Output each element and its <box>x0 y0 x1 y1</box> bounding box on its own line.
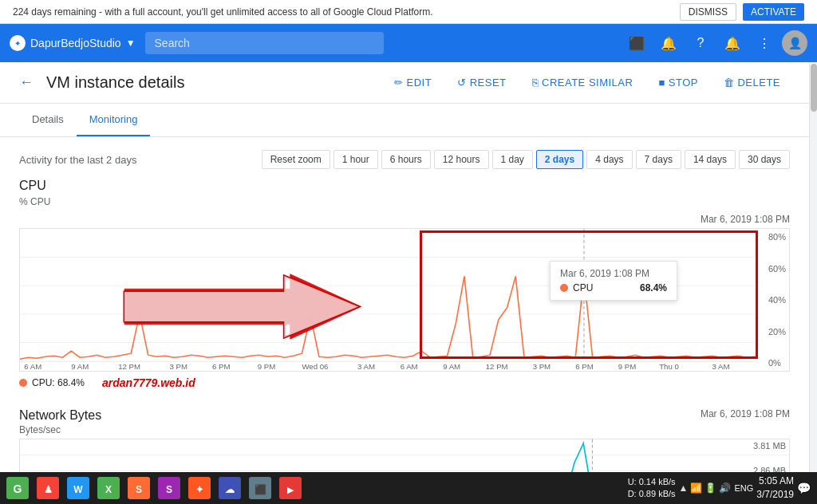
header-actions: ✏ EDIT ↺ RESET ⎘ CREATE SIMILAR ■ STOP 🗑 <box>385 72 790 93</box>
svg-text:⬛: ⬛ <box>255 483 266 495</box>
zoom-30days-button[interactable]: 30 days <box>739 150 790 169</box>
edit-button[interactable]: ✏ EDIT <box>385 72 441 93</box>
svg-text:G: G <box>14 482 22 495</box>
reset-button[interactable]: ↺ RESET <box>448 72 515 93</box>
taskbar-time: 5:05 AM 3/7/2019 <box>756 474 794 502</box>
taskbar-item-3[interactable]: X <box>94 474 123 502</box>
watermark-text: ardan7779.web.id <box>102 376 195 389</box>
sys-icon-battery: 🔋 <box>705 482 716 494</box>
svg-text:♟: ♟ <box>44 484 53 495</box>
cpu-chart-container[interactable]: 6 AM 9 AM 12 PM 3 PM 6 PM 9 PM Wed 06 3 … <box>19 228 790 372</box>
svg-text:6 AM: 6 AM <box>24 363 41 371</box>
taskbar-item-2[interactable]: W <box>64 474 93 502</box>
net-y-label-1: 3.81 MB <box>753 441 786 451</box>
activity-label: Activity for the last 2 days <box>19 154 136 166</box>
svg-text:S: S <box>136 484 142 495</box>
taskbar-item-0[interactable]: G <box>3 474 32 502</box>
page-header: ← VM instance details ✏ EDIT ↺ RESET ⎘ C… <box>0 62 809 104</box>
zoom-4days-button[interactable]: 4 days <box>586 150 632 169</box>
page-title: VM instance details <box>46 73 372 92</box>
scrollbar-thumb[interactable] <box>811 64 817 112</box>
tabs: Details Monitoring <box>0 104 809 137</box>
taskbar-item-6[interactable]: ✦ <box>185 474 214 502</box>
taskbar-item-7[interactable]: ☁ <box>215 474 244 502</box>
legend-text: CPU: 68.4% <box>32 377 85 388</box>
svg-text:✦: ✦ <box>195 484 203 495</box>
zoom-controls: Reset zoom 1 hour 6 hours 12 hours 1 day… <box>262 150 790 169</box>
reset-zoom-button[interactable]: Reset zoom <box>262 150 330 169</box>
svg-text:3 PM: 3 PM <box>169 363 187 371</box>
activate-button[interactable]: ACTIVATE <box>743 3 804 21</box>
svg-text:X: X <box>105 484 112 495</box>
svg-text:12 PM: 12 PM <box>486 363 508 371</box>
avatar[interactable]: 👤 <box>782 30 807 56</box>
svg-text:9 AM: 9 AM <box>443 363 460 371</box>
svg-text:12 PM: 12 PM <box>118 363 140 371</box>
svg-text:3 AM: 3 AM <box>712 363 730 371</box>
y-label-20: 20% <box>768 327 786 337</box>
svg-text:W: W <box>73 484 83 495</box>
zoom-1day-button[interactable]: 1 day <box>492 150 533 169</box>
tooltip-date: Mar 6, 2019 1:08 PM <box>560 268 667 279</box>
zoom-7days-button[interactable]: 7 days <box>636 150 681 169</box>
network-down: D: 0.89 kB/s <box>628 488 676 500</box>
cpu-tooltip: Mar 6, 2019 1:08 PM CPU 68.4% <box>550 261 677 301</box>
more-icon[interactable]: ⋮ <box>750 29 779 57</box>
activity-header: Activity for the last 2 days Reset zoom … <box>19 150 790 169</box>
reset-icon: ↺ <box>457 77 467 89</box>
scrollbar-track[interactable] <box>809 62 817 504</box>
tooltip-label: CPU <box>573 282 593 293</box>
svg-text:☁: ☁ <box>225 484 235 495</box>
zoom-14days-button[interactable]: 14 days <box>685 150 736 169</box>
top-banner: 224 days remaining - with a full account… <box>0 0 817 24</box>
warning-icon[interactable]: 🔔 <box>654 29 683 57</box>
legend-dot <box>19 379 27 387</box>
terminal-icon[interactable]: ⬛ <box>622 29 651 57</box>
delete-icon: 🗑 <box>724 77 735 89</box>
network-subtitle: Bytes/sec <box>19 424 101 435</box>
svg-text:9 PM: 9 PM <box>258 363 275 371</box>
svg-text:3 AM: 3 AM <box>357 363 375 371</box>
cpu-chart-subtitle: % CPU <box>19 196 790 207</box>
cpu-chart-title: CPU <box>19 179 790 193</box>
tooltip-dot <box>560 284 568 292</box>
zoom-12hours-button[interactable]: 12 hours <box>434 150 489 169</box>
nav-logo[interactable]: DapurBedjoStudio ▼ <box>10 35 136 51</box>
project-name: DapurBedjoStudio <box>30 37 121 49</box>
network-info: Network Bytes Bytes/sec <box>19 408 101 435</box>
taskbar-right: U: 0.14 kB/s D: 0.89 kB/s ▲ 📶 🔋 🔊 ENG 5:… <box>628 474 814 502</box>
zoom-2days-button[interactable]: 2 days <box>536 150 583 169</box>
nav-bar: DapurBedjoStudio ▼ ⬛ 🔔 ? 🔔 ⋮ 👤 <box>0 24 817 62</box>
stop-button[interactable]: ■ STOP <box>649 72 708 93</box>
notification-icon[interactable]: 💬 <box>797 482 811 494</box>
delete-button[interactable]: 🗑 DELETE <box>714 72 790 93</box>
dismiss-button[interactable]: DISMISS <box>680 3 736 21</box>
back-button[interactable]: ← <box>19 74 34 91</box>
zoom-1hour-button[interactable]: 1 hour <box>334 150 378 169</box>
bell-icon[interactable]: 🔔 <box>718 29 747 57</box>
tab-details[interactable]: Details <box>19 104 77 136</box>
taskbar-item-1[interactable]: ♟ <box>34 474 62 502</box>
svg-text:Wed 06: Wed 06 <box>302 363 328 371</box>
taskbar-item-8[interactable]: ⬛ <box>246 474 274 502</box>
project-dropdown-icon[interactable]: ▼ <box>126 37 136 49</box>
tooltip-row: CPU 68.4% <box>560 282 667 293</box>
search-input[interactable] <box>145 32 384 54</box>
help-icon[interactable]: ? <box>686 29 715 57</box>
zoom-6hours-button[interactable]: 6 hours <box>381 150 431 169</box>
taskbar-item-5[interactable]: S <box>155 474 184 502</box>
taskbar: G ♟ W X S S ✦ ☁ ⬛ ▶ U: 0.14 kB/s D: 0.89… <box>0 472 817 504</box>
taskbar-sys-icons: ▲ 📶 🔋 🔊 <box>679 482 732 494</box>
date: 3/7/2019 <box>756 488 794 502</box>
y-label-40: 40% <box>768 295 786 305</box>
create-similar-button[interactable]: ⎘ CREATE SIMILAR <box>523 72 643 93</box>
cpu-legend: CPU: 68.4% ardan7779.web.id <box>19 376 790 389</box>
banner-text: 224 days remaining - with a full account… <box>13 6 433 18</box>
taskbar-network: U: 0.14 kB/s D: 0.89 kB/s <box>628 476 676 501</box>
tab-monitoring[interactable]: Monitoring <box>77 104 151 136</box>
taskbar-item-9[interactable]: ▶ <box>276 474 305 502</box>
sys-icon-1: ▲ <box>679 482 689 494</box>
taskbar-item-4[interactable]: S <box>124 474 153 502</box>
banner-actions: DISMISS ACTIVATE <box>680 3 804 21</box>
stop-icon: ■ <box>658 77 665 89</box>
